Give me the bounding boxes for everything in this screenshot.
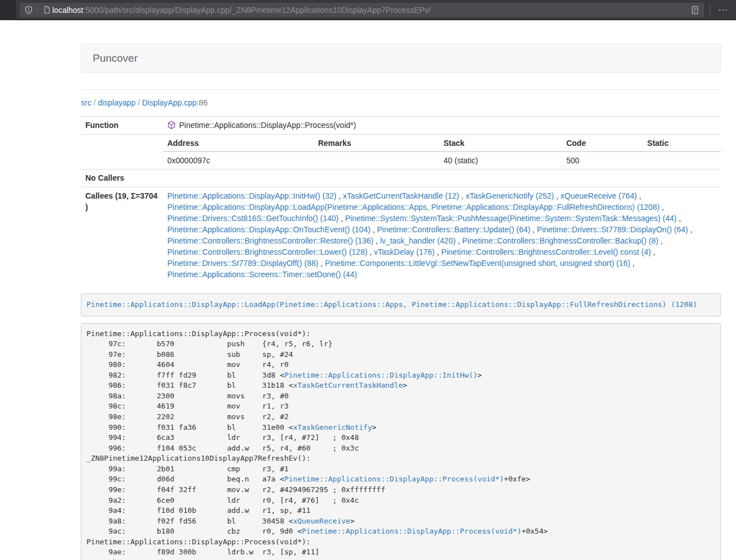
stats-table: Address Remarks Stack Code Static 0x0000… xyxy=(163,135,721,169)
callee-link[interactable]: Pinetime::Controllers::BrightnessControl… xyxy=(462,236,658,245)
shield-icon[interactable] xyxy=(24,6,33,15)
stack-value: 40 (static) xyxy=(439,152,562,169)
cube-icon xyxy=(167,121,176,130)
callees-row: Callees (19, Σ=3704 ) Pinetime::Applicat… xyxy=(81,187,721,284)
url-path: :5000/path/src/displayapp/DisplayApp.cpp… xyxy=(83,6,431,15)
browser-toolbar: localhost:5000/path/src/displayapp/Displ… xyxy=(0,0,736,20)
remarks-value xyxy=(313,152,439,169)
callee-link[interactable]: lv_task_handler (420) xyxy=(380,236,456,245)
code-symbol-link[interactable]: xTaskGetCurrentTaskHandle xyxy=(293,381,403,389)
highlighted-callee-link[interactable]: Pinetime::Applications::DisplayApp::Load… xyxy=(86,300,697,309)
callee-link[interactable]: Pinetime::Controllers::Battery::Update()… xyxy=(377,225,531,234)
callee-link[interactable]: Pinetime::Components::LittleVgl::SetNewT… xyxy=(325,259,630,268)
callees-label: Callees (19, Σ=3704 ) xyxy=(81,187,163,284)
code-symbol-link[interactable]: Pinetime::Applications::DisplayApp::Proc… xyxy=(284,475,504,483)
code-symbol-link[interactable]: Pinetime::Applications::DisplayApp::Init… xyxy=(284,371,477,379)
col-code: Code xyxy=(562,135,643,152)
code-symbol-link[interactable]: Pinetime::Applications::DisplayApp::Proc… xyxy=(302,527,522,535)
overflow-menu-icon[interactable]: ⋯ xyxy=(716,5,730,15)
col-stack: Stack xyxy=(439,135,562,152)
col-static: Static xyxy=(643,135,721,152)
disassembly-block: Pinetime::Applications::DisplayApp::Proc… xyxy=(81,323,721,560)
breadcrumb-link[interactable]: src xyxy=(81,98,92,107)
brand-link[interactable]: Puncover xyxy=(93,52,138,65)
selected-callee-box: Pinetime::Applications::DisplayApp::Load… xyxy=(81,293,721,316)
static-value xyxy=(643,152,721,169)
breadcrumb-link[interactable]: displayapp xyxy=(98,98,135,107)
callee-link[interactable]: Pinetime::Applications::DisplayApp::Load… xyxy=(167,203,660,212)
url-bar[interactable]: localhost:5000/path/src/displayapp/Displ… xyxy=(20,3,704,17)
table-row: 0x0000097c 40 (static) 500 xyxy=(163,152,721,169)
reader-view-icon[interactable] xyxy=(691,6,700,15)
url-host: localhost xyxy=(52,6,83,15)
col-address: Address xyxy=(163,135,313,152)
col-remarks: Remarks xyxy=(313,135,439,152)
breadcrumb-line-number: :86 xyxy=(196,98,207,107)
no-callers-label: No Callers xyxy=(81,169,163,187)
symbol-table: Function Pinetime::Applications::Display… xyxy=(81,116,721,283)
divider xyxy=(81,89,721,90)
callee-link[interactable]: Pinetime::Controllers::BrightnessControl… xyxy=(167,236,373,245)
callee-link[interactable]: xQueueReceive (764) xyxy=(560,191,637,200)
function-label: Function xyxy=(81,117,163,135)
page-icon xyxy=(43,6,51,14)
url-text: localhost:5000/path/src/displayapp/Displ… xyxy=(52,6,691,15)
callee-link[interactable]: Pinetime::Applications::DisplayApp::OnTo… xyxy=(167,225,371,234)
navbar: Puncover xyxy=(81,44,721,73)
stats-row: Address Remarks Stack Code Static 0x0000… xyxy=(81,135,721,169)
breadcrumb-link[interactable]: DisplayApp.cpp xyxy=(142,98,196,107)
no-callers-row: No Callers xyxy=(81,169,721,187)
breadcrumb-separator: / xyxy=(92,98,98,107)
callees-list: Pinetime::Applications::DisplayApp::Init… xyxy=(163,187,721,284)
code-symbol-link[interactable]: xTaskGenericNotify xyxy=(293,423,372,432)
callee-link[interactable]: xTaskGenericNotify (252) xyxy=(465,191,554,200)
urlbar-divider xyxy=(38,6,38,15)
breadcrumb: src / displayapp / DisplayApp.cpp:86 xyxy=(81,97,721,108)
window-edge xyxy=(0,0,16,20)
callee-link[interactable]: xTaskGetCurrentTaskHandle (12) xyxy=(343,191,459,200)
callee-link[interactable]: Pinetime::Drivers::Cst816S::GetTouchInfo… xyxy=(167,214,339,223)
breadcrumb-separator: / xyxy=(135,98,142,107)
callee-link[interactable]: vTaskDelay (176) xyxy=(374,247,435,256)
callee-link[interactable]: Pinetime::Controllers::BrightnessControl… xyxy=(441,247,651,256)
callee-link[interactable]: Pinetime::Drivers::St7789::DisplayOff() … xyxy=(167,259,318,268)
callee-link[interactable]: Pinetime::Controllers::BrightnessControl… xyxy=(167,247,367,256)
code-size-value: 500 xyxy=(562,152,643,169)
function-row: Function Pinetime::Applications::Display… xyxy=(81,117,721,135)
function-name: Pinetime::Applications::DisplayApp::Proc… xyxy=(179,120,356,131)
page-container: Puncover src / displayapp / DisplayApp.c… xyxy=(81,20,721,560)
callee-link[interactable]: Pinetime::System::SystemTask::PushMessag… xyxy=(345,214,677,223)
callee-link[interactable]: Pinetime::Applications::DisplayApp::Init… xyxy=(167,191,336,200)
toolbar-divider xyxy=(710,4,710,16)
code-symbol-link[interactable]: xQueueReceive xyxy=(293,517,350,525)
callee-link[interactable]: Pinetime::Drivers::St7789::DisplayOn() (… xyxy=(537,225,688,234)
callee-link[interactable]: Pinetime::Applications::Screens::Timer::… xyxy=(167,270,357,279)
address-value: 0x0000097c xyxy=(163,152,313,169)
